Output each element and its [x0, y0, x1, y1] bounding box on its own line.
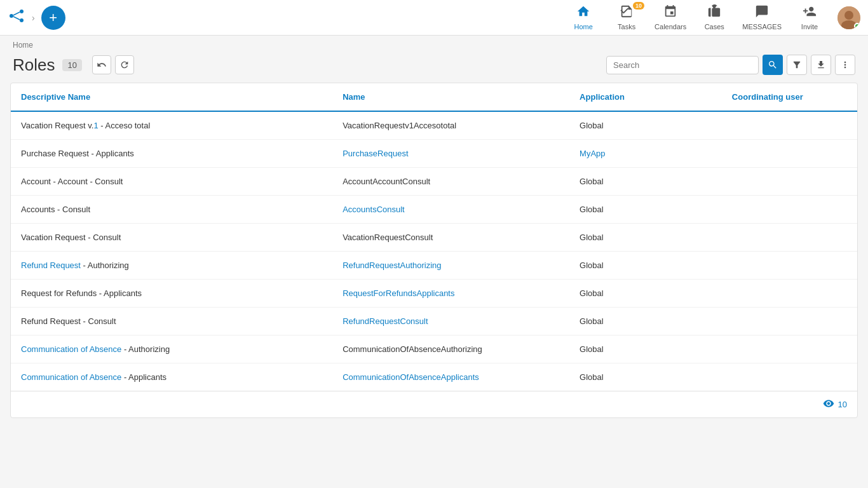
name-link[interactable]: RefundRequestConsult [342, 316, 428, 326]
cell-descriptive-name: Accounts - Consult [11, 196, 332, 224]
cell-name[interactable]: PurchaseRequest [332, 140, 569, 168]
cell-descriptive-name: Vacation Request - Consult [11, 224, 332, 252]
desc-link[interactable]: Refund Request [21, 261, 81, 270]
table-row: Request for Refunds - ApplicantsRequestF… [11, 280, 857, 308]
name-link[interactable]: AccountsConsult [342, 205, 405, 214]
cell-coordinating-user [722, 224, 857, 252]
cell-coordinating-user [722, 196, 857, 224]
table-row: Purchase Request - ApplicantsPurchaseReq… [11, 140, 857, 168]
col-coordinating-user: Coordinating user [722, 83, 857, 111]
app-value: Global [580, 121, 604, 130]
breadcrumb: Home [0, 36, 868, 52]
app-value: Global [580, 288, 604, 298]
nav-messages[interactable]: MESSAGES [742, 4, 782, 30]
svg-point-2 [20, 18, 24, 22]
name-link[interactable]: CommunicationOfAbsenceApplicants [342, 372, 479, 382]
app-value: Global [580, 372, 604, 382]
table-footer: 10 [11, 391, 857, 417]
cell-application: Global [569, 252, 722, 280]
svg-line-4 [13, 17, 20, 20]
cell-name: VacationRequestv1Accesototal [332, 111, 569, 140]
cell-coordinating-user [722, 168, 857, 196]
eye-icon [823, 398, 834, 411]
header-actions [92, 55, 134, 74]
cell-name[interactable]: RefundRequestAuthorizing [332, 252, 569, 280]
desc-link[interactable]: Communication of Absence [21, 344, 121, 354]
cell-coordinating-user [722, 308, 857, 336]
cell-application: MyApp [569, 140, 722, 168]
refresh-button[interactable] [115, 55, 134, 74]
table-row: Refund Request - AuthorizingRefundReques… [11, 252, 857, 280]
cell-application: Global [569, 196, 722, 224]
cell-descriptive-name: Account - Account - Consult [11, 168, 332, 196]
cell-application: Global [569, 111, 722, 140]
cell-name[interactable]: RefundRequestConsult [332, 308, 569, 336]
online-indicator [854, 23, 860, 29]
cell-name[interactable]: CommunicationOfAbsenceApplicants [332, 363, 569, 391]
search-input[interactable] [606, 56, 759, 74]
table-row: Account - Account - ConsultAccountAccoun… [11, 168, 857, 196]
cell-name: VacationRequestConsult [332, 224, 569, 252]
cases-icon [707, 4, 721, 22]
invite-icon [803, 4, 817, 22]
undo-button[interactable] [92, 55, 111, 74]
app-value: Global [580, 261, 604, 270]
tasks-badge: 10 [633, 2, 644, 10]
cell-coordinating-user [722, 140, 857, 168]
nav-cases[interactable]: Cases [699, 4, 729, 30]
cell-application: Global [569, 280, 722, 308]
breadcrumb-chevron: › [32, 13, 35, 23]
messages-icon [755, 4, 769, 22]
add-button[interactable]: + [41, 6, 65, 30]
cell-application: Global [569, 168, 722, 196]
page-header: Roles 10 [0, 52, 868, 83]
table-row: Vacation Request v.1 - Acceso totalVacat… [11, 111, 857, 140]
cell-coordinating-user [722, 363, 857, 391]
name-link[interactable]: RefundRequestAuthorizing [342, 261, 441, 270]
more-options-button[interactable] [835, 55, 855, 75]
svg-line-3 [13, 12, 20, 15]
nav-home[interactable]: Home [568, 4, 599, 30]
desc-link[interactable]: Communication of Absence [21, 372, 121, 382]
cell-descriptive-name: Refund Request - Authorizing [11, 252, 332, 280]
col-application: Application [569, 83, 722, 111]
cell-name[interactable]: AccountsConsult [332, 196, 569, 224]
top-navigation: › + Home 10 Tasks Calendars Cases [0, 0, 868, 36]
cell-application: Global [569, 363, 722, 391]
filter-button[interactable] [787, 55, 807, 75]
col-descriptive-name: Descriptive Name [11, 83, 332, 111]
name-link[interactable]: RequestForRefundsApplicants [342, 288, 454, 298]
app-value: Global [580, 344, 604, 354]
name-link[interactable]: PurchaseRequest [342, 149, 408, 158]
cell-coordinating-user [722, 252, 857, 280]
cell-name: AccountAccountConsult [332, 168, 569, 196]
cell-coordinating-user [722, 111, 857, 140]
svg-point-6 [844, 11, 853, 20]
cell-descriptive-name: Communication of Absence - Applicants [11, 363, 332, 391]
page-title: Roles [13, 55, 55, 75]
nav-right: Home 10 Tasks Calendars Cases MESSAGES [568, 4, 860, 30]
cell-application: Global [569, 336, 722, 363]
cell-descriptive-name: Vacation Request v.1 - Acceso total [11, 111, 332, 140]
nav-invite[interactable]: Invite [794, 4, 825, 30]
app-link[interactable]: MyApp [580, 149, 605, 158]
tasks-icon [620, 4, 634, 22]
cell-name[interactable]: RequestForRefundsApplicants [332, 280, 569, 308]
table-row: Communication of Absence - AuthorizingCo… [11, 336, 857, 363]
app-value: Global [580, 177, 604, 186]
home-icon [576, 4, 590, 22]
download-button[interactable] [811, 55, 831, 75]
nav-calendars[interactable]: Calendars [654, 4, 686, 30]
app-value: Global [580, 316, 604, 326]
svg-point-1 [20, 10, 24, 13]
app-value: Global [580, 233, 604, 242]
version-link[interactable]: 1 [93, 121, 98, 130]
nav-tasks[interactable]: 10 Tasks [611, 4, 642, 30]
main-content: Descriptive Name Name Application Coordi… [10, 83, 858, 418]
cell-descriptive-name: Purchase Request - Applicants [11, 140, 332, 168]
table-row: Communication of Absence - ApplicantsCom… [11, 363, 857, 391]
table-row: Vacation Request - ConsultVacationReques… [11, 224, 857, 252]
cell-application: Global [569, 308, 722, 336]
search-button[interactable] [763, 55, 783, 75]
user-avatar[interactable] [837, 6, 860, 29]
